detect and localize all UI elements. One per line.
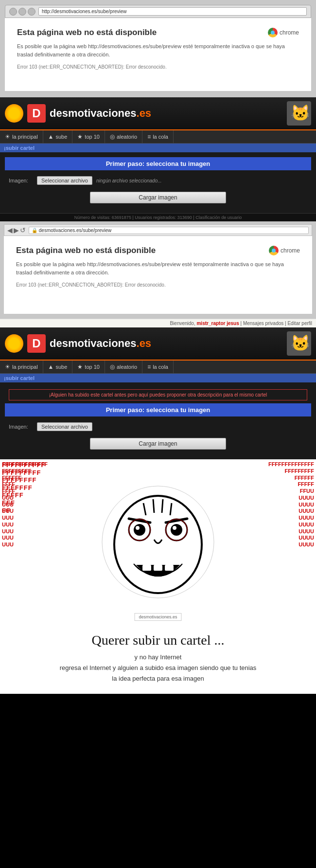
nav-aleatorio-second[interactable]: ◎ aleatorio <box>105 361 142 373</box>
chrome-label-second: chrome <box>281 247 300 254</box>
nav-label-top10: top 10 <box>85 134 100 140</box>
watermark-rage: desmotivaciones.es <box>134 613 181 621</box>
fuuu-right-text: FFFFFFFFFFFFFFFFFFFFFFFFFFFFFFFFFFFFUUUU… <box>253 459 316 550</box>
top10-nav-icon-2: ★ <box>77 363 83 370</box>
nav-label-principal: la principal <box>12 134 38 140</box>
sun-nav-icon: ☀ <box>5 133 10 140</box>
nav-sube-second[interactable]: ▲ sube <box>43 361 73 373</box>
top10-nav-icon: ★ <box>77 133 83 140</box>
nav-sube-first[interactable]: ▲ sube <box>43 130 73 143</box>
bottom-subtitle: y no hay Internet regresa el Internet y … <box>10 652 306 684</box>
forward-btn[interactable] <box>18 8 26 16</box>
subtitle-line3: la idea perfecta para esa imagen <box>10 673 306 684</box>
desmo-header-second: D desmotivaciones.es <box>0 327 316 361</box>
fuuu-left-panel: FFFFFFFFFFFFFFFFFFFFFFFFFFFFFFFFFFFFFUUU… <box>0 459 63 625</box>
bottom-title: Querer subir un cartel ... <box>10 633 306 648</box>
desmo-header-first: D desmotivaciones.es <box>0 97 316 130</box>
chrome-logo-second: chrome <box>269 246 300 255</box>
error-title-row: Esta página web no está disponible chrom… <box>17 28 299 37</box>
aleatorio-nav-icon-2: ◎ <box>110 363 115 370</box>
nav-lacola-second[interactable]: ≡ la cola <box>142 361 174 373</box>
back-btn[interactable] <box>9 8 17 16</box>
rage-section: FFFFFFFFFFFFFFFFFFFFFFFFFFFFFFFFFFFFFFFF… <box>0 459 316 625</box>
desmo-form-second: ¡Alguien ha subido este cartel antes per… <box>0 382 316 459</box>
nav-label-aleatorio: aleatorio <box>117 134 137 140</box>
cat-icon-first <box>287 101 311 126</box>
form-title-second: Primer paso: selecciona tu imagen <box>5 403 311 416</box>
lacola-nav-icon: ≡ <box>147 133 151 140</box>
error-desc-top: Es posible que la página web http://desm… <box>17 42 299 58</box>
main-container: http://desmotivaciones.es/sube/preview E… <box>0 0 316 694</box>
fuuu-left-text: FFFFFFFFFFFFFFFFFFFFFFFFFFFFFFFFFFFFFUUU… <box>0 459 63 550</box>
desmo-subheader-first: ¡subir cartel <box>0 144 316 152</box>
form-label-second: Imagen: <box>9 424 33 430</box>
nav-label-lacola: la cola <box>153 134 168 140</box>
browser-bar-top: http://desmotivaciones.es/sube/preview <box>5 5 311 18</box>
sube-nav-icon: ▲ <box>48 133 54 140</box>
nav-label-top10-2: top 10 <box>85 364 100 370</box>
browser-bar-second: ◀ ▶ ↺ 🔒 desmotivaciones.es/sube/preview <box>4 224 312 236</box>
error-code-top: Error 103 (net::ERR_CONNECTION_ABORTED):… <box>17 64 299 70</box>
lacola-nav-icon-2: ≡ <box>147 363 151 370</box>
nav-top10-second[interactable]: ★ top 10 <box>72 361 105 373</box>
form-title-first: Primer paso: selecciona tu imagen <box>5 157 311 170</box>
d-logo-icon-2: D <box>27 334 46 353</box>
error-page-second: Esta página web no está disponible chrom… <box>4 236 312 314</box>
aleatorio-nav-icon: ◎ <box>110 133 115 140</box>
s-nav-buttons: ◀ ▶ ↺ <box>7 226 26 234</box>
desmo-site-second: D desmotivaciones.es ☀ la principal ▲ su… <box>0 327 316 459</box>
error-code-second: Error 103 (net::ERR_CONNECTION_ABORTED):… <box>16 282 300 288</box>
sun-logo-icon <box>5 104 23 123</box>
chrome-icon-top <box>268 28 278 37</box>
nav-la-principal-second[interactable]: ☀ la principal <box>0 361 43 373</box>
welcome-bar: Bienvenido, mistr_raptor jesus | Mensaje… <box>0 319 316 327</box>
nav-label-aleatorio-2: aleatorio <box>117 364 137 370</box>
second-chrome-area: ◀ ▶ ↺ 🔒 desmotivaciones.es/sube/preview … <box>0 221 316 319</box>
s-back-btn[interactable]: ◀ <box>7 226 13 234</box>
bottom-text-section: Querer subir un cartel ... y no hay Inte… <box>0 625 316 694</box>
upload-btn-second[interactable]: Cargar imagen <box>90 438 226 450</box>
error-title-top: Esta página web no está disponible <box>17 28 157 37</box>
upload-btn-bar-second: Cargar imagen <box>5 436 311 452</box>
s-refresh-btn[interactable]: ↺ <box>20 226 26 234</box>
desmo-footer-first: Número de visitas: 63691875 | Usuarios r… <box>0 213 316 221</box>
nav-la-principal-first[interactable]: ☀ la principal <box>0 130 43 143</box>
nav-aleatorio-first[interactable]: ◎ aleatorio <box>105 130 142 143</box>
address-bar-second[interactable]: 🔒 desmotivaciones.es/sube/preview <box>29 227 309 234</box>
upload-btn-bar-first: Cargar imagen <box>5 190 311 205</box>
desmo-subheader-second: ¡subir cartel <box>0 374 316 382</box>
sun-logo-icon-2 <box>5 334 23 353</box>
chrome-icon-second <box>269 246 279 255</box>
subtitle-line1: y no hay Internet <box>10 652 306 663</box>
nav-buttons-top <box>9 8 35 16</box>
subtitle-line2: regresa el Internet y alguien a subido e… <box>10 663 306 673</box>
welcome-links: | Mensajes privados | Editar perfil <box>241 321 312 326</box>
cat-icon-second <box>287 331 311 356</box>
file-select-btn-first[interactable]: Seleccionar archivo <box>37 176 92 185</box>
error-desc-second: Es posible que la página web http://desm… <box>16 260 300 276</box>
upload-btn-first[interactable]: Cargar imagen <box>90 192 226 203</box>
desmo-nav-second: ☀ la principal ▲ sube ★ top 10 ◎ aleator… <box>0 361 316 374</box>
secure-icon: 🔒 <box>32 228 39 233</box>
file-select-btn-second[interactable]: Seleccionar archivo <box>37 422 92 431</box>
nav-label-sube: sube <box>55 134 67 140</box>
nav-lacola-first[interactable]: ≡ la cola <box>142 130 174 143</box>
site-name-second: desmotivaciones.es <box>50 337 283 350</box>
address-bar-top[interactable]: http://desmotivaciones.es/sube/preview <box>38 7 307 16</box>
desmo-nav-first: ☀ la principal ▲ sube ★ top 10 ◎ aleator… <box>0 130 316 144</box>
form-row-first: Imagen: Seleccionar archivo ningún archi… <box>5 174 311 187</box>
s-forward-btn[interactable]: ▶ <box>14 226 19 234</box>
refresh-btn[interactable] <box>28 8 35 16</box>
nav-top10-first[interactable]: ★ top 10 <box>72 130 105 143</box>
chrome-logo-top: chrome <box>268 28 299 37</box>
site-name-first: desmotivaciones.es <box>50 107 283 120</box>
sun-nav-icon-2: ☀ <box>5 363 10 370</box>
error-page-top: Esta página web no está disponible chrom… <box>5 18 311 91</box>
desmo-form-first: Primer paso: selecciona tu imagen Imagen… <box>0 152 316 213</box>
chrome-error-top: http://desmotivaciones.es/sube/preview E… <box>0 0 316 97</box>
sube-nav-icon-2: ▲ <box>48 363 54 370</box>
alert-bar: ¡Alguien ha subido este cartel antes per… <box>9 389 307 400</box>
form-label-first: Imagen: <box>9 178 33 183</box>
file-hint-first: ningún archivo seleccionado... <box>96 178 162 183</box>
d-logo-icon: D <box>27 104 46 123</box>
